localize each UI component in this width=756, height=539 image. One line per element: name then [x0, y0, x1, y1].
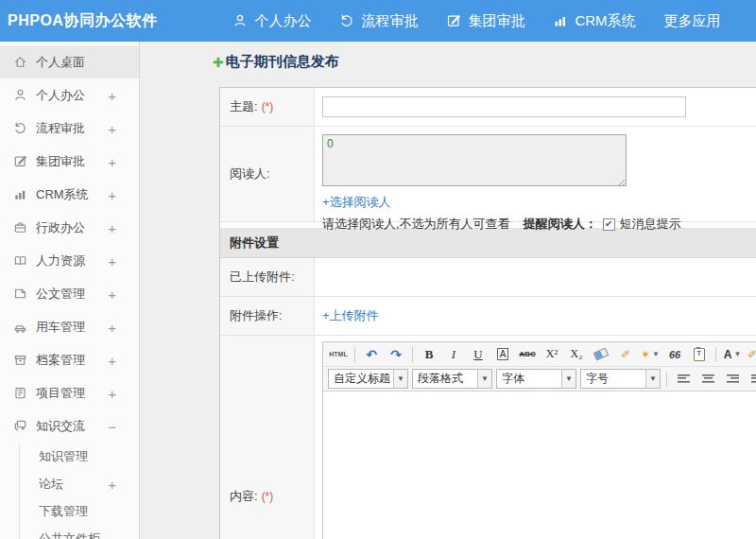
remove-format-button[interactable]	[590, 344, 612, 365]
align-left-button[interactable]	[672, 369, 695, 390]
expand-toggle-icon[interactable]: +	[108, 120, 116, 136]
expand-toggle-icon[interactable]: +	[108, 476, 116, 492]
sidebar-item-archive-mgmt[interactable]: 档案管理+	[0, 343, 139, 376]
sidebar-item-document-mgmt[interactable]: 公文管理+	[0, 277, 139, 310]
upload-attachment-link[interactable]: +上传附件	[322, 307, 379, 324]
font-family-select[interactable]: 字体▼	[496, 369, 576, 389]
undo-button[interactable]: ↶	[360, 344, 383, 365]
expand-toggle-icon[interactable]: +	[108, 87, 116, 103]
edit-icon	[446, 13, 461, 28]
chat-icon	[13, 419, 27, 433]
sms-notice-label: 短消息提示	[620, 216, 681, 233]
process-icon	[339, 13, 354, 28]
font-size-select[interactable]: 字号▼	[580, 369, 661, 389]
redo-button[interactable]: ↷	[385, 344, 407, 365]
nav-group-approval-label: 集团审批	[468, 12, 524, 30]
source-code-button[interactable]: HTML	[327, 344, 350, 365]
expand-toggle-icon[interactable]: +	[108, 153, 116, 169]
undo-icon: ↶	[366, 348, 377, 361]
superscript-button-label: X²	[546, 347, 558, 361]
chevron-down-icon[interactable]: ▼	[652, 350, 660, 358]
underline-button-label: U	[473, 347, 482, 362]
top-nav: 个人办公流程审批集团审批CRM系统更多应用▼	[232, 12, 756, 30]
chevron-down-icon[interactable]: ▼	[561, 370, 576, 388]
chevron-down-icon[interactable]: ▼	[477, 370, 491, 388]
sidebar-item-document-mgmt-label: 公文管理	[36, 286, 85, 303]
blockquote-button[interactable]: 66	[663, 344, 686, 365]
paragraph-format-select[interactable]: 段落格式▼	[412, 369, 492, 389]
font-color-button[interactable]: A▼	[721, 344, 744, 365]
editor-content-area[interactable]	[323, 391, 756, 539]
align-right-button[interactable]	[721, 369, 744, 390]
expand-toggle-icon[interactable]: +	[108, 186, 116, 202]
paste-button[interactable]	[688, 344, 711, 365]
quick-format-button[interactable]: ✶▼	[639, 344, 662, 365]
sms-checkbox[interactable]	[603, 218, 615, 231]
paragraph-format-select-label: 段落格式	[413, 371, 477, 387]
hilite-icon: ✐	[747, 348, 756, 361]
highlight-color-button[interactable]: ✐▼	[746, 344, 756, 365]
readers-label: 阅读人:	[230, 165, 270, 183]
subject-input[interactable]	[322, 96, 686, 117]
chart-icon	[553, 13, 568, 28]
sidebar-item-crm[interactable]: CRM系统+	[0, 178, 139, 211]
uploaded-attachment-value	[315, 258, 756, 296]
chevron-down-icon[interactable]: ▼	[393, 370, 407, 388]
nav-crm-system[interactable]: CRM系统	[553, 12, 635, 30]
italic-button-label: I	[452, 347, 455, 362]
sidebar-item-project-mgmt-label: 项目管理	[36, 385, 85, 402]
align-justify-button[interactable]	[746, 369, 756, 390]
remind-readers-label: 提醒阅读人：	[524, 216, 597, 233]
sidebar-item-project-mgmt[interactable]: 项目管理+	[0, 376, 139, 409]
nav-more-apps[interactable]: 更多应用	[664, 12, 721, 30]
superscript-button[interactable]: X²	[541, 344, 563, 365]
nav-process-approval[interactable]: 流程审批	[339, 12, 418, 30]
underline-button[interactable]: U	[467, 344, 490, 365]
bold-button[interactable]: B	[418, 344, 440, 365]
toolbar-separator	[354, 347, 355, 362]
editor-toolbar-row2: 自定义标题▼段落格式▼字体▼字号▼∞∞	[323, 367, 756, 391]
sidebar-item-personal-desktop[interactable]: 个人桌面	[0, 45, 139, 78]
align-justify-icon	[751, 374, 756, 384]
sidebar-subitem-forum[interactable]: 论坛+	[20, 470, 139, 497]
readers-row: 阅读人: 0 +选择阅读人 请选择阅读人,不选为所有人可查看 提醒阅读人： 短消…	[220, 127, 756, 222]
strikethrough-button[interactable]: ABC	[516, 344, 539, 365]
subscript-button[interactable]: X₂	[565, 344, 588, 365]
format-brush-button[interactable]: ✐	[614, 344, 637, 365]
sidebar-subitem-public-file-cabinet[interactable]: 公共文件柜	[20, 525, 139, 539]
font-size-select-label: 字号	[581, 371, 645, 387]
strikethrough-button-label: ABC	[519, 350, 535, 358]
required-mark: (*)	[262, 100, 274, 113]
expand-toggle-icon[interactable]: +	[108, 219, 116, 235]
expand-toggle-icon[interactable]: −	[108, 418, 116, 434]
font-box-button[interactable]: A	[491, 344, 514, 365]
expand-toggle-icon[interactable]: +	[108, 352, 116, 368]
attachment-action-label: 附件操作:	[230, 307, 283, 324]
sidebar-item-hr[interactable]: 人力资源+	[0, 244, 139, 277]
sidebar-subitem-download-mgmt[interactable]: 下载管理	[20, 497, 139, 525]
sidebar-item-knowledge-exchange[interactable]: 知识交流−	[0, 409, 139, 443]
readers-textarea[interactable]: 0	[322, 134, 627, 186]
nav-group-approval[interactable]: 集团审批	[446, 12, 524, 30]
sidebar-item-admin-office-label: 行政办公	[36, 219, 85, 236]
expand-toggle-icon[interactable]: +	[108, 385, 116, 401]
sidebar-subitem-knowledge-mgmt[interactable]: 知识管理	[20, 443, 139, 470]
sidebar-item-admin-office[interactable]: 行政办公+	[0, 211, 139, 244]
sidebar-item-personal-office[interactable]: 个人办公+	[0, 78, 139, 112]
custom-heading-select[interactable]: 自定义标题▼	[328, 369, 408, 389]
select-readers-link[interactable]: +选择阅读人	[322, 194, 391, 211]
sidebar-item-vehicle-mgmt[interactable]: 用车管理+	[0, 310, 139, 343]
sidebar-item-group-approval[interactable]: 集团审批+	[0, 145, 139, 178]
expand-toggle-icon[interactable]: +	[108, 286, 116, 302]
chevron-down-icon[interactable]: ▼	[645, 370, 660, 388]
align-center-button[interactable]	[696, 369, 719, 390]
expand-toggle-icon[interactable]: +	[108, 319, 116, 335]
chevron-down-icon[interactable]: ▼	[733, 350, 741, 358]
nav-process-approval-label: 流程审批	[361, 12, 418, 30]
project-icon	[13, 386, 27, 400]
sidebar-item-process-approval[interactable]: 流程审批+	[0, 112, 139, 145]
expand-toggle-icon[interactable]: +	[108, 252, 116, 269]
nav-personal-office[interactable]: 个人办公	[232, 12, 311, 30]
sidebar-item-vehicle-mgmt-label: 用车管理	[36, 319, 85, 336]
italic-button[interactable]: I	[442, 344, 465, 365]
